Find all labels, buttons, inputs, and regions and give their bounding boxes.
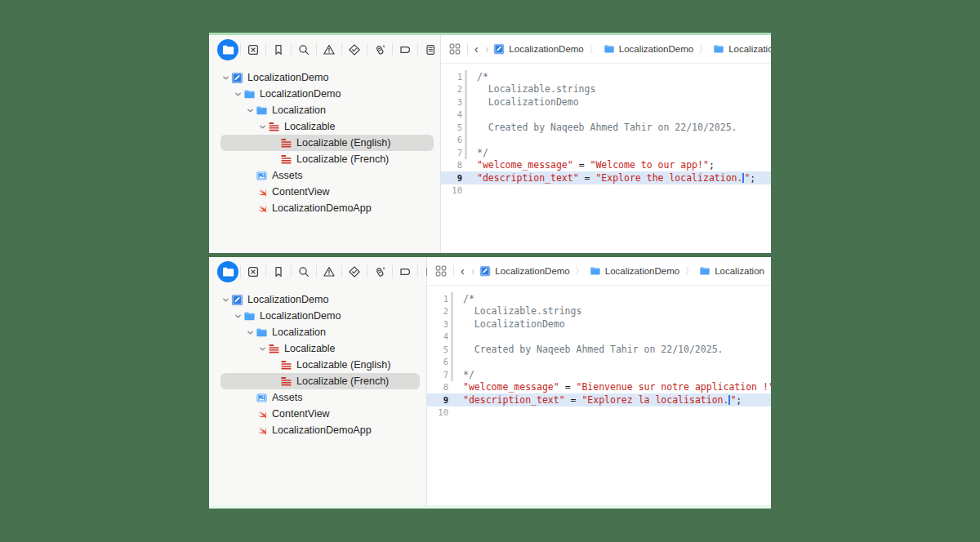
disclosure-chevron-icon[interactable]	[257, 123, 267, 131]
xcode-window-english: LocalizationDemoLocalizationDemoLocaliza…	[209, 33, 771, 253]
breadcrumb-label: LocalizationDemo	[619, 44, 693, 54]
xcode-window-french: LocalizationDemoLocalizationDemoLocaliza…	[209, 257, 771, 509]
tree-item-label: ContentView	[272, 408, 330, 420]
tree-item-assets[interactable]: Assets	[209, 389, 426, 406]
code-line-3[interactable]: 3 LocalizationDemo	[441, 96, 771, 109]
tree-item-localizationdemoapp[interactable]: LocalizationDemoApp	[209, 422, 426, 438]
breakpoints-icon[interactable]	[394, 261, 416, 282]
disclosure-chevron-icon[interactable]	[233, 313, 243, 320]
related-items-icon[interactable]	[434, 265, 448, 277]
tree-item-localizationdemo[interactable]: LocalizationDemo	[209, 291, 426, 308]
code-text: "description_text" = "Explore the locali…	[470, 172, 755, 184]
code-line-2[interactable]: 2 Localizable.strings	[427, 305, 771, 318]
line-number: 3	[441, 97, 462, 107]
find-icon[interactable]	[293, 39, 314, 60]
code-line-10[interactable]: 10	[427, 406, 771, 420]
code-line-6[interactable]: 6	[441, 134, 771, 147]
reports-icon[interactable]	[420, 39, 441, 60]
tree-item-label: Localizable (French)	[296, 375, 389, 387]
bookmarks-icon[interactable]	[268, 39, 289, 60]
code-line-7[interactable]: 7*/	[427, 368, 771, 381]
disclosure-chevron-icon[interactable]	[245, 329, 255, 336]
code-line-4[interactable]: 4	[441, 109, 771, 122]
code-text: LocalizationDemo	[456, 318, 565, 330]
tree-item-localizable-english-[interactable]: Localizable (English)	[209, 135, 440, 151]
issues-icon[interactable]	[318, 261, 340, 282]
jumpbar-separator	[467, 43, 468, 55]
disclosure-chevron-icon[interactable]	[220, 74, 230, 82]
debug-icon[interactable]	[369, 39, 390, 60]
window-bottom-edge	[209, 505, 771, 509]
bookmarks-icon[interactable]	[268, 261, 289, 282]
breadcrumb-item[interactable]: LocalizationDemo	[493, 43, 583, 55]
breadcrumb-item[interactable]: Localization	[699, 265, 764, 277]
tree-item-contentview[interactable]: ContentView	[209, 406, 426, 422]
breadcrumb-item[interactable]: Localization	[713, 43, 771, 55]
code-line-6[interactable]: 6	[427, 356, 771, 369]
source-control-changes-icon[interactable]	[243, 39, 264, 60]
tree-item-localizationdemo[interactable]: LocalizationDemo	[209, 86, 440, 102]
code-line-3[interactable]: 3 LocalizationDemo	[427, 318, 771, 331]
navigator-toolbar	[209, 257, 426, 286]
tree-item-localizationdemo[interactable]: LocalizationDemo	[209, 69, 440, 86]
folder-file-icon	[255, 326, 268, 339]
project-navigator-icon[interactable]	[217, 261, 238, 282]
tree-item-contentview[interactable]: ContentView	[209, 184, 440, 200]
line-number: 9	[427, 395, 448, 405]
back-chevron-icon[interactable]: ‹	[473, 43, 480, 55]
code-line-9[interactable]: 9"description_text" = "Explorez la local…	[427, 393, 771, 406]
tree-item-localizationdemo[interactable]: LocalizationDemo	[209, 308, 426, 324]
tree-item-assets[interactable]: Assets	[209, 167, 440, 184]
related-items-icon[interactable]	[448, 43, 462, 55]
issues-icon[interactable]	[318, 39, 340, 60]
breakpoints-icon[interactable]	[394, 39, 416, 60]
tree-item-localizationdemoapp[interactable]: LocalizationDemoApp	[209, 200, 440, 216]
swift-file-icon	[255, 185, 268, 198]
tests-icon[interactable]	[344, 261, 365, 282]
source-control-changes-icon[interactable]	[243, 261, 264, 282]
disclosure-chevron-icon[interactable]	[245, 107, 255, 114]
code-segment: "Explore the localization.	[595, 172, 742, 184]
code-line-5[interactable]: 5 Created by Naqeeb Ahmed Tahir on 22/10…	[441, 121, 771, 134]
disclosure-chevron-icon[interactable]	[233, 91, 243, 98]
code-line-9[interactable]: 9"description_text" = "Explore the local…	[441, 171, 771, 184]
tree-item-localizable[interactable]: Localizable	[209, 340, 426, 357]
tree-item-label: Localizable	[284, 343, 336, 354]
breadcrumb-item[interactable]: LocalizationDemo	[479, 265, 569, 277]
find-icon[interactable]	[293, 261, 314, 282]
code-line-8[interactable]: 8"welcome_message" = "Welcome to our app…	[441, 159, 771, 172]
disclosure-chevron-icon[interactable]	[257, 345, 267, 353]
disclosure-chevron-icon[interactable]	[220, 296, 230, 304]
back-chevron-icon[interactable]: ‹	[459, 265, 466, 277]
tree-item-localizable-english-[interactable]: Localizable (English)	[209, 357, 426, 373]
project-navigator-icon[interactable]	[217, 39, 238, 60]
code-text: Localizable.strings	[456, 305, 581, 317]
code-line-8[interactable]: 8"welcome_message" = "Bienvenue sur notr…	[427, 381, 771, 394]
code-area[interactable]: 1/*2 Localizable.strings3 LocalizationDe…	[441, 64, 771, 253]
debug-icon[interactable]	[369, 261, 390, 282]
toolbar-separator	[265, 43, 266, 56]
tree-item-localizable-french-[interactable]: Localizable (French)	[209, 373, 426, 389]
code-line-1[interactable]: 1/*	[441, 70, 771, 83]
breadcrumb-item[interactable]: LocalizationDemo	[604, 43, 693, 55]
tree-item-localizable[interactable]: Localizable	[209, 118, 440, 135]
tree-item-localizable-french-[interactable]: Localizable (French)	[209, 151, 440, 167]
code-line-2[interactable]: 2 Localizable.strings	[441, 83, 771, 96]
code-text: Created by Naqeeb Ahmed Tahir on 22/10/2…	[470, 122, 737, 133]
tree-item-localization[interactable]: Localization	[209, 324, 426, 340]
tree-item-label: Localizable (French)	[296, 153, 389, 165]
code-line-5[interactable]: 5 Created by Naqeeb Ahmed Tahir on 22/10…	[427, 343, 771, 356]
code-line-1[interactable]: 1/*	[427, 292, 771, 305]
tests-icon[interactable]	[344, 39, 365, 60]
code-line-7[interactable]: 7*/	[441, 146, 771, 159]
breadcrumb-separator-icon: 〉	[589, 42, 599, 56]
fold-ribbon	[448, 368, 456, 381]
code-segment: "Bienvenue sur notre application !"	[576, 381, 771, 393]
code-segment: "Welcome to our app!"	[590, 159, 708, 171]
breadcrumb-item[interactable]: LocalizationDemo	[590, 265, 679, 277]
code-line-4[interactable]: 4	[427, 331, 771, 344]
code-line-10[interactable]: 10	[441, 184, 771, 198]
code-area[interactable]: 1/*2 Localizable.strings3 LocalizationDe…	[427, 286, 771, 505]
toolbar-separator	[341, 265, 342, 278]
tree-item-localization[interactable]: Localization	[209, 102, 440, 118]
